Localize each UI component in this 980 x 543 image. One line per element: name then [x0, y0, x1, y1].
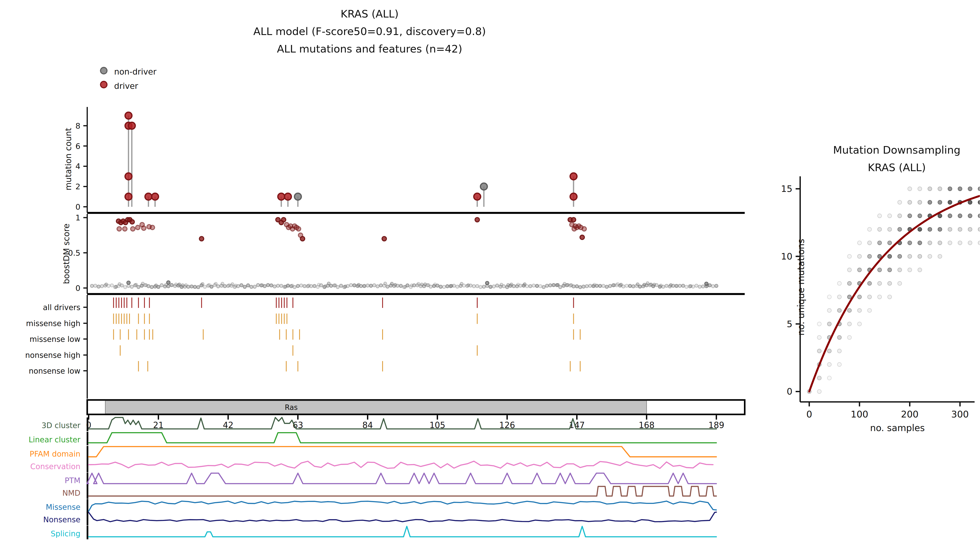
ds-dot [948, 227, 952, 232]
boost-gray-dot [160, 284, 164, 287]
ds-dot [868, 227, 872, 232]
boost-gray-dot [100, 284, 103, 288]
boost-gray-outlier [705, 282, 708, 286]
boost-gray-dot [575, 284, 578, 288]
boost-gray-dot [472, 284, 476, 288]
ds-dot [878, 227, 881, 232]
boost-gray-dot [582, 285, 585, 288]
boost-gray-dot [190, 285, 193, 288]
boost-gray-dot [353, 284, 356, 287]
ds-dot [868, 308, 872, 313]
ds-dot [837, 295, 842, 299]
track-label-Conservation: Conservation [30, 462, 80, 471]
boost-gray-dot [303, 284, 306, 287]
boost-gray-dot [157, 285, 160, 289]
boost-gray-dot [250, 285, 253, 289]
driver-marker [278, 193, 285, 200]
boost-gray-dot [276, 284, 280, 287]
boost-gray-dot [671, 284, 675, 287]
ds-dot [888, 241, 892, 245]
nondriver-marker [480, 183, 487, 190]
driver-marker [152, 193, 159, 200]
track-label-PFAM-domain: PFAM domain [30, 449, 80, 458]
ds-xtick-label: 100 [851, 409, 868, 420]
boost-gray-dot [90, 284, 94, 287]
ds-dot [978, 187, 980, 191]
ds-dot [827, 376, 832, 380]
ds-dot [878, 214, 881, 218]
ds-dot [858, 322, 862, 326]
boost-driver-dot [142, 226, 146, 230]
ds-dot [918, 227, 922, 232]
boost-ytick-label: 0 [75, 284, 80, 292]
ds-dot [858, 241, 862, 245]
boost-gray-outlier [127, 281, 130, 284]
ds-dot [878, 295, 881, 299]
boost-ytick-label: 1 [75, 213, 80, 222]
tickrow-label-all-drivers: all drivers [43, 303, 80, 312]
ds-dot [898, 254, 902, 259]
boost-gray-dot [542, 286, 545, 289]
boost-gray-dot [535, 284, 539, 287]
boost-gray-dot [210, 285, 213, 288]
ds-dot [918, 241, 922, 245]
boost-gray-dot [702, 285, 705, 288]
boost-gray-dot [655, 284, 658, 287]
page-subtitle-features: ALL mutations and features (n=42) [123, 44, 616, 55]
boost-driver-dot [382, 237, 386, 241]
legend-driver-marker [100, 81, 107, 88]
driver-marker [125, 193, 132, 200]
boost-gray-dot [339, 284, 343, 287]
boost-gray-dot [685, 285, 688, 289]
driver-marker [285, 193, 291, 200]
boost-gray-dot [376, 284, 379, 288]
boost-gray-dot [545, 284, 549, 287]
track-spine [87, 512, 88, 525]
ds-dot [958, 227, 962, 232]
ds-ytick-label: 10 [781, 251, 792, 262]
boost-gray-dot [147, 284, 150, 288]
ds-dot [968, 200, 972, 205]
ds-dot [868, 281, 872, 286]
figure-canvas: 0246810.50all driversmissense highmissen… [0, 0, 980, 543]
ylabel-boostdm-score: boostDM score [61, 208, 71, 299]
ds-dot [938, 214, 942, 218]
ds-dot [837, 335, 842, 340]
boost-gray-dot [605, 285, 608, 289]
legend-label-nondriver: non-driver [114, 67, 156, 76]
track-spine [87, 499, 88, 513]
ds-dot [878, 268, 881, 272]
boost-gray-dot [698, 285, 702, 288]
tickrow-label-nonsense-high: nonsense high [25, 351, 81, 360]
ds-dot [938, 241, 942, 245]
ds-dot [928, 241, 932, 245]
boost-gray-dot [372, 284, 376, 287]
ds-dot [908, 241, 912, 245]
boost-gray-dot [360, 284, 363, 287]
ds-dot [898, 281, 902, 286]
plot-graphics: 0246810.50all driversmissense highmissen… [0, 0, 980, 543]
boost-gray-dot [496, 284, 499, 287]
ds-dot [898, 268, 902, 272]
ds-dot [827, 308, 832, 313]
ds-dot [848, 335, 852, 340]
ds-dot [938, 227, 942, 232]
ds-dot [878, 241, 881, 245]
boost-gray-dot [512, 284, 515, 288]
ds-dot [918, 214, 922, 218]
boost-gray-dot [532, 284, 535, 287]
boost-gray-dot [240, 284, 243, 287]
boost-gray-dot [107, 284, 110, 287]
boost-gray-dot [492, 285, 495, 288]
ds-dot [938, 254, 942, 259]
tickrow-label-nonsense-low: nonsense low [29, 367, 80, 375]
ds-xtick-label: 300 [951, 409, 969, 420]
boost-gray-outlier [167, 281, 170, 284]
ds-dot [817, 335, 821, 340]
mut-ytick-label: 0 [75, 202, 80, 211]
boost-gray-dot [476, 284, 479, 288]
boost-gray-dot [406, 284, 409, 287]
track-line-Conservation [89, 461, 713, 468]
boost-gray-dot [120, 284, 123, 287]
ds-dot [948, 214, 952, 218]
